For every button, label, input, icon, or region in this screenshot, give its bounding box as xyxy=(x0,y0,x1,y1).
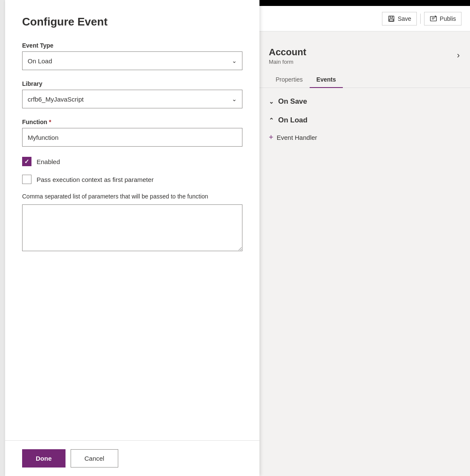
pass-context-checkbox[interactable] xyxy=(22,175,31,184)
dialog-title: Configure Event xyxy=(22,15,242,28)
tab-events[interactable]: Events xyxy=(310,72,343,88)
cancel-button[interactable]: Cancel xyxy=(71,449,119,468)
event-type-label: Event Type xyxy=(22,42,242,49)
on-save-chevron-icon: ⌄ xyxy=(269,98,274,105)
params-textarea[interactable] xyxy=(22,204,242,251)
save-button[interactable]: Save xyxy=(382,12,417,26)
library-label: Library xyxy=(22,80,242,87)
function-required-star: * xyxy=(49,119,51,125)
save-icon xyxy=(387,15,395,23)
on-save-header[interactable]: ⌄ On Save xyxy=(269,97,460,106)
account-title: Account xyxy=(269,47,306,58)
pass-context-label: Pass execution context as first paramete… xyxy=(37,176,154,183)
library-chevron-icon: ⌄ xyxy=(232,96,237,102)
on-load-chevron-icon: ⌃ xyxy=(269,117,274,124)
pass-context-checkbox-row: Pass execution context as first paramete… xyxy=(22,175,242,184)
done-button[interactable]: Done xyxy=(22,449,66,468)
on-save-label: On Save xyxy=(278,97,307,106)
publish-button[interactable]: Publis xyxy=(424,12,461,26)
account-subtitle: Main form xyxy=(269,59,306,65)
save-label: Save xyxy=(398,15,411,22)
top-toolbar: Save Publis xyxy=(259,6,470,31)
event-type-value: On Load xyxy=(28,57,52,65)
enabled-checkbox-row: Enabled xyxy=(22,157,242,166)
function-group: Function* xyxy=(22,119,242,147)
dialog-footer: Done Cancel xyxy=(5,440,259,476)
on-load-section: ⌃ On Load + Event Handler xyxy=(259,112,470,146)
event-handler-row[interactable]: + Event Handler xyxy=(259,129,470,146)
event-type-select[interactable]: On Load ⌄ xyxy=(22,51,242,70)
library-select[interactable]: crfb6_MyJavaScript ⌄ xyxy=(22,90,242,108)
event-type-group: Event Type On Load ⌄ xyxy=(22,42,242,70)
event-type-chevron-icon: ⌄ xyxy=(232,57,237,64)
svg-rect-2 xyxy=(389,19,393,21)
publish-icon xyxy=(430,15,437,23)
library-value: crfb6_MyJavaScript xyxy=(28,96,84,103)
on-load-header[interactable]: ⌃ On Load xyxy=(269,116,460,125)
enabled-label: Enabled xyxy=(37,158,60,165)
add-event-handler-icon: + xyxy=(269,133,273,142)
publish-label: Publis xyxy=(440,15,456,22)
on-load-header-section: ⌃ On Load xyxy=(259,112,470,129)
toolbar-divider xyxy=(420,14,421,24)
events-list: ⌄ On Save ⌃ On Load + Event Handler xyxy=(259,88,470,151)
on-load-label: On Load xyxy=(278,116,308,125)
enabled-checkbox[interactable] xyxy=(22,157,31,166)
tabs-row: Properties Events xyxy=(259,72,470,88)
function-input[interactable] xyxy=(22,128,242,147)
svg-rect-1 xyxy=(390,16,392,18)
params-description-label: Comma separated list of parameters that … xyxy=(22,193,242,201)
function-label: Function* xyxy=(22,119,242,125)
event-handler-label: Event Handler xyxy=(277,134,317,141)
library-group: Library crfb6_MyJavaScript ⌄ xyxy=(22,80,242,108)
params-group: Comma separated list of parameters that … xyxy=(22,193,242,253)
account-section: Account Main form › xyxy=(259,31,470,65)
configure-event-dialog: Configure Event Event Type On Load ⌄ Lib… xyxy=(5,0,259,476)
on-save-section: ⌄ On Save xyxy=(259,93,470,110)
expand-chevron-icon[interactable]: › xyxy=(457,50,460,60)
tab-properties[interactable]: Properties xyxy=(269,72,310,88)
